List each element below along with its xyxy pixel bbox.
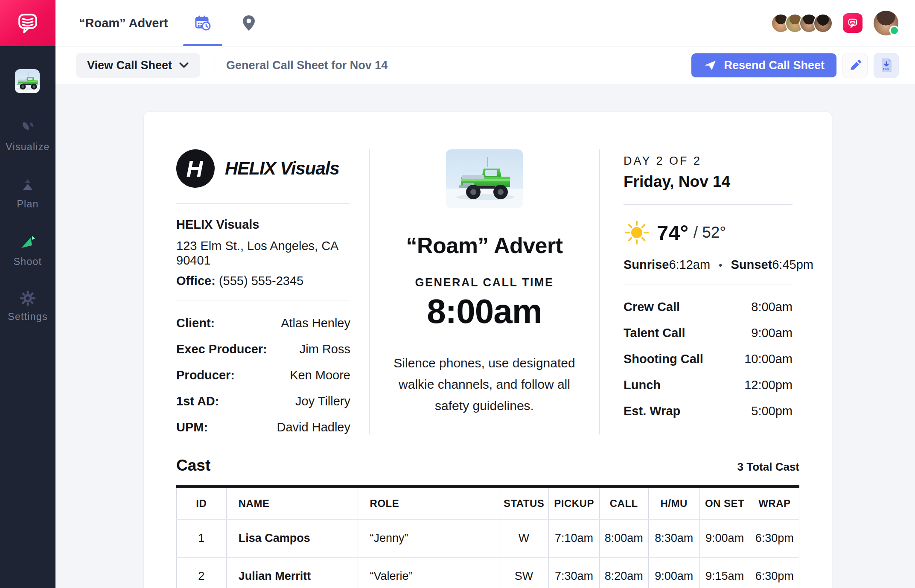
cast-table-row[interactable]: 2 Julian Merritt “Valerie” SW 7:30am 8:2… <box>177 557 799 588</box>
contact-value: Atlas Henley <box>281 316 350 330</box>
cast-name: Julian Merritt <box>226 557 358 588</box>
project-title: “Roam” Advert <box>79 16 168 30</box>
contact-label: UPM: <box>176 420 208 434</box>
download-pdf-button[interactable]: PDF <box>874 53 899 78</box>
sidebar: Visualize Plan Shoot <box>0 0 55 588</box>
contact-label: Producer: <box>176 368 235 382</box>
speech-bubble-icon <box>847 17 858 29</box>
online-status-dot <box>889 26 899 35</box>
col-header-id: ID <box>177 486 227 519</box>
schedule-label: Shooting Call <box>624 352 703 366</box>
sunrise-label: Sunrise <box>624 258 669 272</box>
call-sheet-header-grid: H HELIX Visuals HELIX Visuals 123 Elm St… <box>176 149 799 451</box>
pencil-icon <box>848 58 863 73</box>
avatar[interactable] <box>813 14 833 33</box>
contact-label: Exec Producer: <box>176 342 267 356</box>
col-header-status: STATUS <box>499 486 549 519</box>
col-header-role: ROLE <box>358 486 499 519</box>
view-call-sheet-label: View Call Sheet <box>87 59 172 72</box>
divider <box>176 300 350 300</box>
sidebar-item-label: Shoot <box>14 256 42 268</box>
contact-label: Client: <box>176 316 215 330</box>
set-notes: Silence phones, use designated walkie ch… <box>388 352 581 416</box>
tab-locations[interactable] <box>229 0 268 46</box>
sun-times: Sunrise 6:12am • Sunset 6:45pm <box>624 258 793 272</box>
sidebar-item-shoot[interactable]: Shoot <box>0 233 55 268</box>
company-brand: H HELIX Visuals <box>176 149 350 188</box>
cast-status: W <box>499 519 549 557</box>
edit-call-sheet-button[interactable] <box>842 53 868 78</box>
app-logo[interactable] <box>0 0 55 46</box>
send-icon <box>703 59 724 72</box>
company-info: HELIX Visuals 123 Elm St., Los Angeles, … <box>176 217 350 288</box>
project-name: “Roam” Advert <box>388 233 581 258</box>
header-right <box>771 11 898 35</box>
schedule-label: Lunch <box>624 378 661 392</box>
office-label: Office: <box>176 274 216 288</box>
day-counter: DAY 2 OF 2 <box>624 154 793 168</box>
cast-status: SW <box>499 557 549 588</box>
temp-high: 74° <box>657 221 688 245</box>
divider <box>176 203 350 204</box>
cast-id: 1 <box>177 519 227 557</box>
app-badge-button[interactable] <box>843 13 863 33</box>
calendar-clock-icon <box>194 14 212 32</box>
schedule-list: Crew Call 8:00am Talent Call 9:00am Shoo… <box>624 300 793 418</box>
sheet-title: General Call Sheet for Nov 14 <box>226 59 388 72</box>
project-column: “Roam” Advert GENERAL CALL TIME 8:00am S… <box>369 149 600 434</box>
collaborator-avatars[interactable] <box>771 14 833 33</box>
day-column: DAY 2 OF 2 Friday, Nov 14 <box>600 149 793 434</box>
schedule-row: Est. Wrap 5:00pm <box>624 404 793 418</box>
contact-row: Client: Atlas Henley <box>176 316 350 330</box>
cast-name: Lisa Campos <box>226 519 358 557</box>
pdf-download-icon: PDF <box>880 58 893 73</box>
cast-table-header-row: ID NAME ROLE STATUS PICKUP CALL H/MU ON … <box>177 486 799 519</box>
speech-bubble-logo-icon <box>16 11 40 35</box>
sidebar-item-settings[interactable]: Settings <box>0 289 55 323</box>
cast-role: “Jenny” <box>358 519 499 557</box>
col-header-onset: ON SET <box>699 486 750 519</box>
callsheet-toolbar: View Call Sheet General Call Sheet for N… <box>55 46 915 85</box>
sidebar-item-label: Plan <box>17 198 38 210</box>
user-avatar[interactable] <box>874 11 898 35</box>
schedule-label: Est. Wrap <box>624 404 680 418</box>
call-sheet-card: H HELIX Visuals HELIX Visuals 123 Elm St… <box>144 112 832 588</box>
company-logo-wordmark: HELIX Visuals <box>225 158 339 179</box>
contact-value: David Hadley <box>277 420 350 434</box>
cast-section-header: Cast 3 Total Cast <box>176 457 799 474</box>
project-hero-image <box>446 149 523 208</box>
company-office-phone: Office: (555) 555-2345 <box>176 274 350 288</box>
temp-low: 52° <box>702 224 726 242</box>
sun-icon <box>624 219 650 246</box>
sidebar-item-plan[interactable]: Plan <box>0 176 55 210</box>
contact-label: 1st AD: <box>176 394 219 408</box>
plan-icon <box>18 176 37 195</box>
visualize-icon <box>18 119 37 137</box>
sidebar-item-visualize[interactable]: Visualize <box>0 119 55 153</box>
cast-onset: 9:15am <box>699 557 750 588</box>
schedule-row: Lunch 12:00pm <box>624 378 793 392</box>
sunrise-time: 6:12am <box>669 258 710 272</box>
tab-call-sheet[interactable] <box>183 0 222 46</box>
cast-pickup: 7:10am <box>549 519 599 557</box>
cast-pickup: 7:30am <box>549 557 599 588</box>
cast-table-row[interactable]: 1 Lisa Campos “Jenny” W 7:10am 8:00am 8:… <box>177 519 799 557</box>
cast-hmu: 8:30am <box>648 519 699 557</box>
cast-hmu: 9:00am <box>648 557 699 588</box>
schedule-time: 8:00am <box>751 300 793 314</box>
header-tabs <box>183 0 268 46</box>
view-call-sheet-dropdown[interactable]: View Call Sheet <box>76 53 200 78</box>
shoot-icon <box>18 233 38 252</box>
resend-call-sheet-button[interactable]: Resend Call Sheet <box>691 53 836 77</box>
cast-onset: 9:00am <box>699 519 750 557</box>
gear-icon <box>19 289 37 307</box>
schedule-time: 12:00pm <box>744 378 793 392</box>
col-header-pickup: PICKUP <box>549 486 599 519</box>
project-thumbnail[interactable] <box>15 69 40 93</box>
office-value: (555) 555-2345 <box>219 274 303 288</box>
cast-role: “Valerie” <box>358 557 499 588</box>
temp-separator: / <box>694 224 698 242</box>
resend-label: Resend Call Sheet <box>724 59 825 72</box>
map-pin-icon <box>242 15 256 32</box>
col-header-name: NAME <box>226 486 358 519</box>
